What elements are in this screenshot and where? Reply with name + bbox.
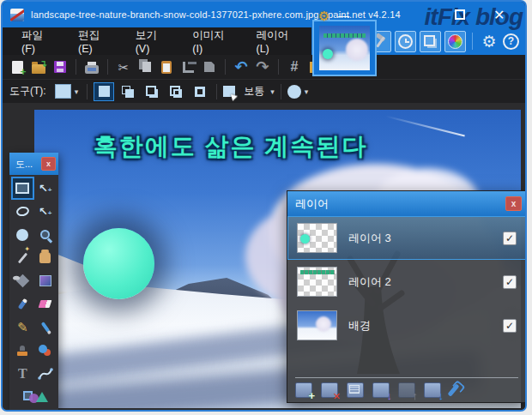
- print-button[interactable]: [83, 58, 100, 75]
- move-layer-up-button[interactable]: ↑: [398, 382, 415, 398]
- blend-mode-value[interactable]: 보통: [244, 84, 264, 99]
- save-button[interactable]: [51, 58, 69, 75]
- selection-mode-invert-button[interactable]: [190, 82, 210, 101]
- layer-visibility-checkbox[interactable]: ✓: [503, 232, 517, 245]
- layers-window-toggle-button[interactable]: [420, 31, 441, 52]
- tool-eraser[interactable]: [34, 292, 57, 316]
- tool-ellipse-select[interactable]: [11, 223, 34, 246]
- tool-pan[interactable]: [34, 246, 57, 269]
- menu-view[interactable]: 보기(V): [124, 23, 182, 60]
- maximize-button[interactable]: [455, 9, 465, 20]
- selection-mode-union-button[interactable]: [118, 82, 138, 101]
- undo-button[interactable]: ↶: [233, 58, 250, 75]
- deselect-button[interactable]: [201, 58, 218, 75]
- layer3-thumbnail: [297, 223, 337, 253]
- chevron-down-icon[interactable]: ▾: [305, 87, 309, 96]
- undo-icon: ↶: [234, 59, 247, 75]
- tool-shapes[interactable]: [11, 385, 57, 408]
- layer-row-layer2[interactable]: 레이어 2 ✓: [287, 260, 526, 304]
- colors-window-toggle-button[interactable]: [444, 31, 466, 52]
- selection-mode-exclude-button[interactable]: [142, 82, 162, 101]
- settings-gear-icon[interactable]: ⚙: [479, 33, 499, 50]
- layer-name: 레이어 2: [348, 274, 492, 290]
- copy-icon: [142, 62, 151, 72]
- layers-panel-close-button[interactable]: x: [505, 196, 522, 211]
- tool-paint-bucket[interactable]: [11, 269, 34, 292]
- tool-move-selection[interactable]: ↖+: [34, 200, 57, 223]
- magnifier-icon: [40, 230, 50, 239]
- help-icon[interactable]: ?: [503, 33, 519, 50]
- separator: [216, 84, 217, 99]
- chevron-down-icon: ▾: [75, 87, 79, 96]
- paintbrush-icon: [17, 298, 27, 310]
- chevron-down-icon[interactable]: ▾: [270, 87, 275, 96]
- tool-rectangle-select[interactable]: [11, 177, 34, 200]
- layer-row-background[interactable]: 배경 ✓: [287, 304, 526, 347]
- tool-magic-wand[interactable]: [11, 246, 34, 269]
- delete-layer-button[interactable]: ✕: [321, 382, 338, 398]
- separator: [472, 33, 473, 50]
- thumbnail-text-strip: [300, 270, 335, 274]
- menu-edit[interactable]: 편집(E): [67, 23, 124, 60]
- minimize-button[interactable]: —: [338, 9, 349, 22]
- layer-visibility-checkbox[interactable]: ✓: [503, 275, 517, 289]
- grid-toggle-button[interactable]: #: [286, 58, 303, 75]
- paste-button[interactable]: [158, 58, 175, 75]
- scissors-icon: ✂: [118, 61, 130, 74]
- redo-button[interactable]: ↷: [254, 58, 271, 75]
- tool-recolor[interactable]: [34, 339, 57, 362]
- move-layer-down-button[interactable]: ↓: [424, 382, 441, 398]
- tool-zoom[interactable]: [34, 223, 57, 246]
- menu-layers[interactable]: 레이어(L): [245, 23, 311, 60]
- gear-flower-icon: ⚙: [318, 9, 329, 22]
- color-wheel-icon: [448, 34, 462, 49]
- cut-button[interactable]: ✂: [115, 58, 132, 75]
- copy-button[interactable]: [136, 58, 154, 75]
- thumbnail-circle: [323, 49, 333, 59]
- rectangle-select-icon: [15, 183, 29, 194]
- pencil-icon: ✎: [17, 321, 28, 334]
- tools-panel-close-button[interactable]: x: [41, 157, 56, 171]
- crop-button[interactable]: [179, 58, 196, 75]
- separator: [225, 59, 226, 75]
- active-tool-dropdown[interactable]: ▾: [52, 82, 82, 100]
- layers-panel: 레이어 x 레이어 3 ✓ 레이어 2 ✓ 배경 ✓ + ✕ ↓ ↑ ↓: [287, 190, 527, 403]
- duplicate-layer-button[interactable]: [347, 382, 364, 398]
- antialiasing-icon: [287, 85, 301, 99]
- tool-color-picker[interactable]: [34, 316, 57, 339]
- tool-text[interactable]: T: [11, 362, 34, 385]
- layers-panel-title: 레이어: [295, 196, 505, 212]
- layers-panel-header[interactable]: 레이어 x: [287, 191, 526, 216]
- open-folder-icon: ↴: [32, 64, 45, 74]
- tools-grid: ↖+ ↖+ ✎ T: [9, 175, 58, 410]
- history-window-toggle-button[interactable]: [395, 31, 416, 52]
- tools-panel-header[interactable]: 도... x: [9, 153, 58, 175]
- shapes-icon: [23, 390, 45, 404]
- new-file-button[interactable]: +: [9, 58, 26, 75]
- tool-clone-stamp[interactable]: [11, 339, 34, 362]
- tool-paintbrush[interactable]: [11, 292, 34, 316]
- deselect-icon: [204, 62, 215, 72]
- merge-layer-down-button[interactable]: ↓: [372, 382, 390, 398]
- selection-mode-intersect-button[interactable]: [166, 82, 186, 101]
- add-layer-button[interactable]: +: [295, 382, 312, 398]
- image-tab-thumbnail[interactable]: [312, 20, 377, 76]
- tool-pencil[interactable]: ✎: [11, 316, 34, 339]
- selection-mode-replace-button[interactable]: [94, 82, 114, 101]
- separator: [278, 59, 279, 75]
- paint-net-app-icon[interactable]: [10, 9, 24, 21]
- layer-properties-button[interactable]: [447, 383, 459, 396]
- close-button[interactable]: ✕: [493, 7, 505, 23]
- layer-visibility-checkbox[interactable]: ✓: [503, 319, 517, 333]
- tool-move-selected-pixels[interactable]: ↖+: [34, 177, 57, 200]
- tool-lasso-select[interactable]: [11, 200, 34, 223]
- open-file-button[interactable]: ↴: [30, 58, 47, 75]
- tool-line-curve[interactable]: [34, 362, 57, 385]
- layer-row-layer3[interactable]: 레이어 3 ✓: [287, 216, 526, 260]
- delete-x-icon: ✕: [333, 392, 341, 401]
- tool-gradient[interactable]: [34, 269, 57, 292]
- gradient-icon: [39, 275, 51, 286]
- menu-file[interactable]: 파일(F): [10, 23, 67, 60]
- lasso-icon: [15, 206, 30, 218]
- menu-image[interactable]: 이미지(I): [181, 23, 245, 60]
